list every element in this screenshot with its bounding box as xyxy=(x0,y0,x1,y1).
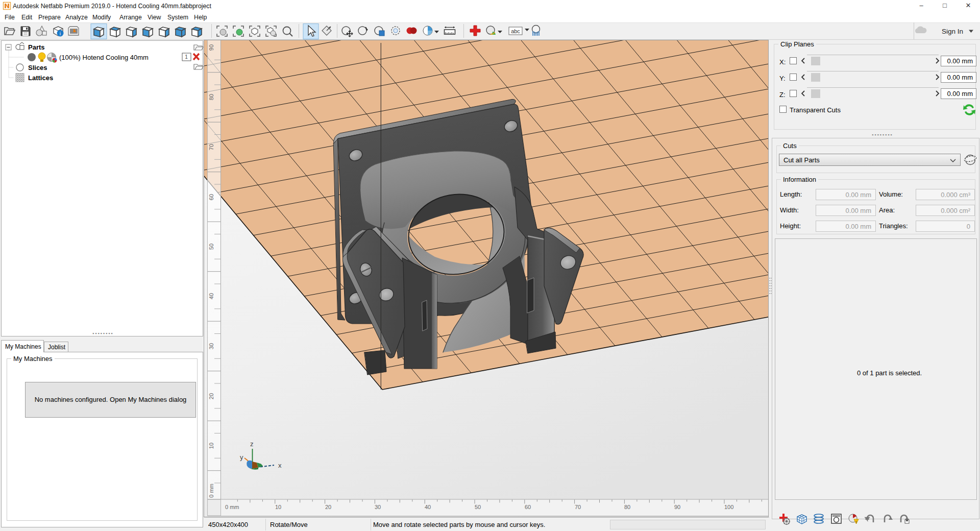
svg-text:60: 60 xyxy=(525,504,531,510)
svg-text:70: 70 xyxy=(575,504,581,510)
svg-text:0 mm: 0 mm xyxy=(225,504,239,510)
svg-text:90: 90 xyxy=(208,44,214,51)
svg-text:y: y xyxy=(240,453,243,461)
svg-text:40: 40 xyxy=(208,293,214,299)
svg-text:80: 80 xyxy=(208,94,214,100)
svg-text:1: 1 xyxy=(185,54,188,60)
svg-text:60: 60 xyxy=(208,194,214,200)
svg-text:10: 10 xyxy=(275,504,281,510)
svg-text:90: 90 xyxy=(674,504,680,510)
svg-text:50: 50 xyxy=(475,504,481,510)
svg-text:30: 30 xyxy=(375,504,381,510)
svg-text:40: 40 xyxy=(425,504,431,510)
svg-text:10: 10 xyxy=(208,443,214,449)
svg-text:20: 20 xyxy=(208,393,214,399)
svg-text:30: 30 xyxy=(208,343,214,349)
svg-text:50: 50 xyxy=(208,244,214,250)
svg-text:!: ! xyxy=(855,520,856,524)
svg-text:x: x xyxy=(278,462,282,469)
svg-text:70: 70 xyxy=(208,144,214,150)
svg-text:100: 100 xyxy=(724,504,733,510)
svg-text:80: 80 xyxy=(624,504,630,510)
svg-text:z: z xyxy=(250,440,254,448)
svg-text:Sign In: Sign In xyxy=(942,28,963,35)
svg-text:abc: abc xyxy=(511,28,520,34)
svg-text:i: i xyxy=(60,31,61,36)
svg-text:20: 20 xyxy=(325,504,331,510)
svg-text:0 mm: 0 mm xyxy=(208,484,214,498)
